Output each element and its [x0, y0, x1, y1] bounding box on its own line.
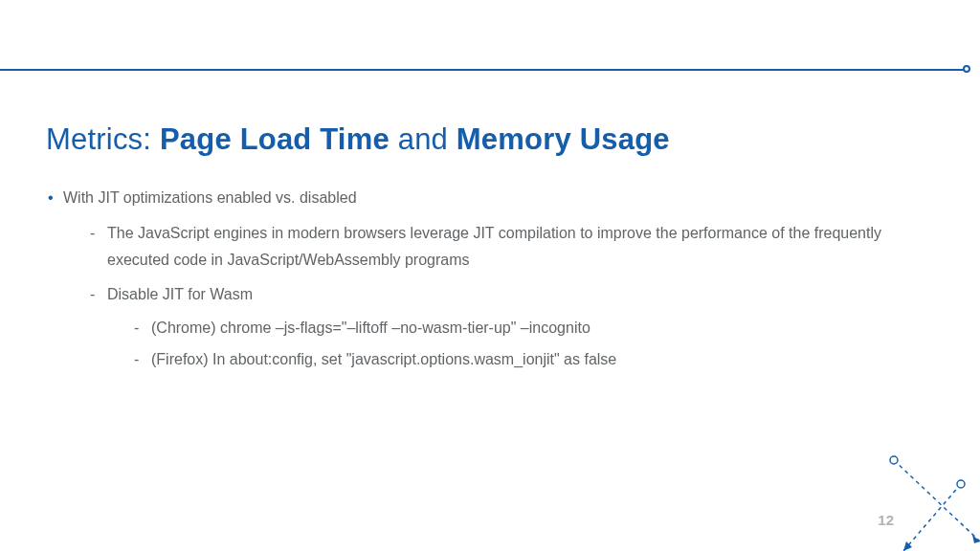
- svg-point-5: [957, 480, 965, 488]
- slide-title: Metrics: Page Load Time and Memory Usage: [46, 122, 923, 157]
- svg-line-0: [894, 460, 980, 541]
- header-divider: [0, 69, 967, 71]
- bullet-level1: With JIT optimizations enabled vs. disab…: [46, 186, 923, 374]
- bullet-level3: (Firefox) In about:config, set "javascri…: [134, 345, 923, 374]
- svg-point-4: [890, 456, 898, 464]
- bullet-text: With JIT optimizations enabled vs. disab…: [63, 189, 357, 206]
- bullet-subsublist: (Chrome) chrome –js-flags="–liftoff –no-…: [107, 314, 923, 374]
- svg-line-1: [903, 484, 961, 551]
- bullet-text: Disable JIT for Wasm: [107, 286, 253, 302]
- bullet-level2: The JavaScript engines in modern browser…: [90, 220, 923, 274]
- title-mid: and: [390, 122, 457, 156]
- title-bold-1: Page Load Time: [160, 122, 390, 156]
- bullet-sublist: The JavaScript engines in modern browser…: [63, 220, 923, 374]
- bullet-list: With JIT optimizations enabled vs. disab…: [46, 186, 923, 374]
- header-divider-endpoint: [963, 65, 970, 73]
- bullet-level3: (Chrome) chrome –js-flags="–liftoff –no-…: [134, 314, 923, 342]
- bullet-level2: Disable JIT for Wasm (Chrome) chrome –js…: [90, 281, 923, 374]
- page-number: 12: [878, 512, 894, 528]
- svg-marker-3: [903, 541, 912, 551]
- svg-marker-2: [972, 535, 980, 543]
- bullet-text: (Firefox) In about:config, set "javascri…: [151, 351, 616, 367]
- title-prefix: Metrics:: [46, 122, 160, 156]
- bullet-text: (Chrome) chrome –js-flags="–liftoff –no-…: [151, 320, 590, 336]
- title-bold-2: Memory Usage: [457, 122, 670, 156]
- corner-decoration: [865, 446, 980, 551]
- bullet-text: The JavaScript engines in modern browser…: [107, 225, 881, 268]
- slide-content: Metrics: Page Load Time and Memory Usage…: [46, 122, 923, 382]
